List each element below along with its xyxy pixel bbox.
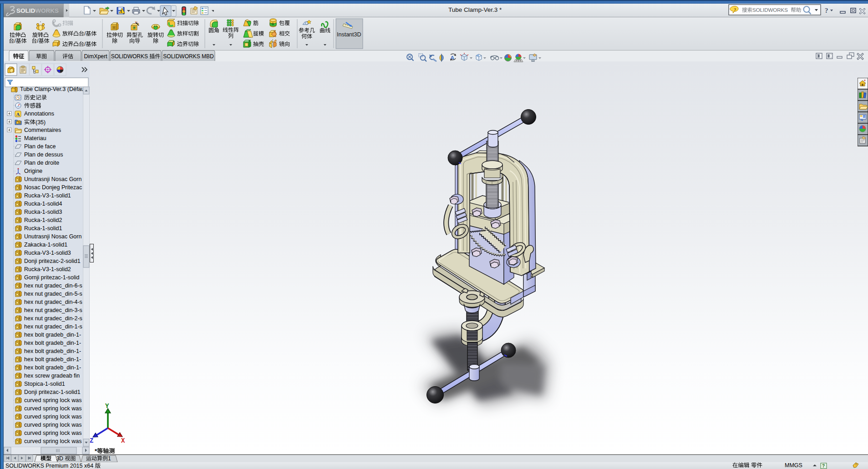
svg-text:hex nut gradec_din-2-s: hex nut gradec_din-2-s: [24, 315, 82, 322]
svg-text:Origine: Origine: [24, 168, 42, 174]
svg-text:Materiau: Materiau: [24, 135, 46, 141]
svg-text:Rucka-1-solid2: Rucka-1-solid2: [24, 217, 62, 223]
svg-text:Donji pritezac-1-solid1: Donji pritezac-1-solid1: [24, 389, 81, 395]
svg-text:Gornji pritezac-1-solid: Gornji pritezac-1-solid: [24, 274, 80, 281]
svg-text:hex nut gradec_din-3-s: hex nut gradec_din-3-s: [24, 307, 82, 313]
svg-text:curved spring lock was: curved spring lock was: [24, 397, 81, 403]
svg-text:!: !: [121, 9, 122, 14]
svg-text:Rucka-1-solid4: Rucka-1-solid4: [24, 201, 62, 207]
svg-text:Rucka-V3-1-solid2: Rucka-V3-1-solid2: [24, 266, 71, 272]
svg-text:?: ?: [734, 7, 736, 12]
svg-text:hex nut gradec_din-6-s: hex nut gradec_din-6-s: [24, 282, 82, 289]
svg-text:Rucka-1-solid3: Rucka-1-solid3: [24, 209, 62, 215]
svg-text:Z: Z: [90, 437, 93, 444]
svg-text:Unutrasnji Nosac Gorn: Unutrasnji Nosac Gorn: [24, 176, 81, 182]
svg-text:Zakacka-1-solid1: Zakacka-1-solid1: [24, 242, 67, 248]
svg-text:Rucka-V3-1-solid3: Rucka-V3-1-solid3: [24, 250, 71, 256]
svg-text:hex bolt gradeb_din-1-: hex bolt gradeb_din-1-: [24, 356, 81, 363]
svg-text:hex nut gradec_din-5-s: hex nut gradec_din-5-s: [24, 291, 82, 297]
svg-text:curved spring lock was: curved spring lock was: [24, 430, 81, 436]
svg-text:curved spring lock was: curved spring lock was: [24, 414, 81, 420]
svg-text:Plan de droite: Plan de droite: [24, 160, 59, 166]
svg-text:X: X: [121, 437, 125, 444]
svg-text:A: A: [16, 111, 20, 117]
svg-text:curved spring lock was: curved spring lock was: [24, 438, 81, 444]
svg-text:curved spring lock was: curved spring lock was: [24, 405, 81, 412]
svg-text:hex nut gradec_din-4-s: hex nut gradec_din-4-s: [24, 299, 82, 305]
svg-text:hex bolt gradeb_din-1-: hex bolt gradeb_din-1-: [24, 348, 81, 354]
svg-text:curved spring lock was: curved spring lock was: [24, 422, 81, 428]
svg-text:Annotations: Annotations: [24, 111, 54, 117]
svg-text:hex bolt gradeb_din-1-: hex bolt gradeb_din-1-: [24, 340, 81, 346]
svg-text:Rucka-1-solid1: Rucka-1-solid1: [24, 225, 62, 232]
svg-text:Plan de dessus: Plan de dessus: [24, 151, 63, 158]
svg-text:Stopica-1-solid1: Stopica-1-solid1: [24, 381, 65, 387]
svg-text:hex bolt gradeb_din-1-: hex bolt gradeb_din-1-: [24, 364, 81, 371]
svg-text:Commentaires: Commentaires: [24, 127, 61, 133]
svg-text:Nosac Donjeg Pritezac: Nosac Donjeg Pritezac: [24, 184, 82, 191]
svg-text:Tube Clamp-Ver.3 (Défau: Tube Clamp-Ver.3 (Défau: [20, 87, 84, 92]
svg-text:(35): (35): [36, 119, 46, 126]
svg-text:Y: Y: [105, 403, 109, 410]
svg-text:Unutrasnji Nosac Gorn: Unutrasnji Nosac Gorn: [24, 233, 81, 240]
svg-text:Plan de face: Plan de face: [24, 143, 56, 150]
svg-text:Rucka-V3-1-solid1: Rucka-V3-1-solid1: [24, 192, 71, 199]
svg-text:hex bolt gradeb_din-1-: hex bolt gradeb_din-1-: [24, 332, 81, 338]
svg-text:?: ?: [825, 7, 828, 14]
svg-text:hex nut gradec_din-1-s: hex nut gradec_din-1-s: [24, 323, 82, 330]
svg-text:Donji pritezac-2-solid1: Donji pritezac-2-solid1: [24, 258, 81, 264]
svg-text:hex screw gradeab fin: hex screw gradeab fin: [24, 373, 80, 379]
svg-text:G: G: [272, 22, 274, 25]
